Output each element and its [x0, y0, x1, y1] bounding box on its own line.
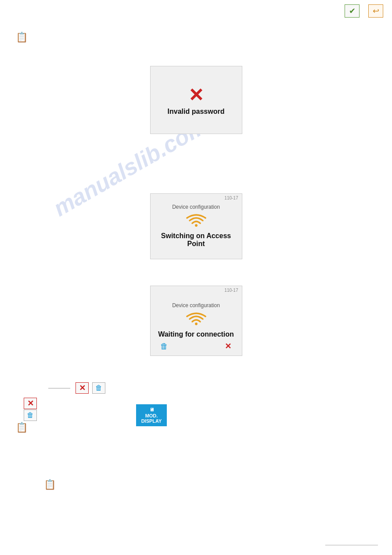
small-x-icon-box[interactable]: ✕ [24, 398, 37, 409]
small-trash-icon-box[interactable]: 🗑 [24, 410, 37, 421]
wifi-icon-2 [186, 312, 207, 328]
legend-x-icon-box[interactable]: ✕ [76, 382, 89, 394]
wifi-icon-1 [186, 214, 207, 229]
clip-icon-top: 📋 [16, 32, 28, 43]
switching-text: Switching on Access Point [155, 232, 237, 248]
version-label: 110-17 [224, 196, 238, 200]
invalid-password-dialog: ✕ Invalid password [150, 66, 242, 134]
small-trash-box[interactable]: 🗑 [24, 410, 37, 421]
monitor-icon: 🖥 [149, 407, 154, 412]
small-trash-icon: 🗑 [27, 411, 34, 419]
waiting-dialog: 110-17 Device configuration Waiting for … [150, 286, 242, 356]
back-button[interactable]: ↩ [368, 4, 383, 18]
confirm-button[interactable]: ✔ [345, 4, 360, 18]
switching-dialog-wrapper: 110-17 Device configuration Switching on… [0, 193, 392, 259]
device-config-title-1: Device configuration [172, 204, 220, 210]
dialog-actions: 🗑 ✕ [151, 341, 242, 352]
switching-dialog: 110-17 Device configuration Switching on… [150, 193, 242, 259]
top-toolbar: ✔ ↩ [0, 0, 392, 22]
back-icon: ↩ [373, 6, 379, 16]
clip-icon-bot: 📋 [44, 479, 56, 490]
waiting-text: Waiting for connection [158, 330, 234, 338]
trash-icon-dialog: 🗑 [160, 342, 168, 351]
mod-display-button[interactable]: 🖥 MOD. DISPLAY [136, 404, 167, 426]
legend-row: ✕ 🗑 [48, 382, 105, 394]
waiting-dialog-wrapper: 110-17 Device configuration Waiting for … [0, 286, 392, 356]
dialog-trash-button[interactable]: 🗑 [158, 341, 171, 352]
dialog-cancel-button[interactable]: ✕ [222, 341, 235, 352]
small-x-box[interactable]: ✕ [24, 398, 37, 409]
check-icon: ✔ [349, 6, 356, 16]
mod-display-label: MOD. DISPLAY [140, 413, 162, 424]
mod-display-btn-inner[interactable]: 🖥 MOD. DISPLAY [136, 404, 167, 426]
invalid-password-text: Invalid password [168, 108, 225, 116]
x-icon-dialog: ✕ [225, 341, 231, 351]
legend-trash-icon: 🗑 [95, 384, 102, 392]
invalid-password-dialog-wrapper: ✕ Invalid password [0, 66, 392, 134]
legend-trash-icon-box[interactable]: 🗑 [92, 382, 105, 394]
small-x-icon: ✕ [27, 399, 34, 408]
clip-icon-mid: 📋 [16, 422, 28, 433]
device-config-title-2: Device configuration [172, 302, 220, 308]
bottom-line [325, 545, 378, 545]
version-label-2: 110-17 [224, 288, 238, 293]
legend-x-icon: ✕ [79, 383, 86, 393]
error-icon: ✕ [188, 84, 204, 106]
legend-separator [48, 388, 70, 388]
